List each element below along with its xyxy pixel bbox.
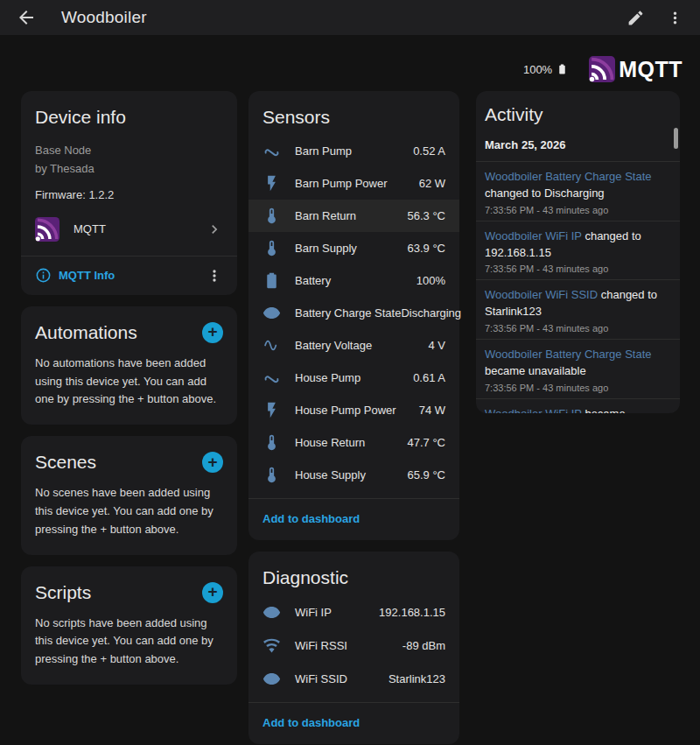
battery-icon: [262, 271, 281, 290]
activity-list: Woodboiler Battery Charge State changed …: [476, 162, 680, 413]
sensor-row[interactable]: Barn Pump Power 62 W: [248, 167, 459, 200]
sensor-label: Barn Return: [295, 209, 356, 222]
mqtt-logo-text: MQTT: [619, 57, 682, 82]
activity-card: Activity March 25, 2026 Woodboiler Batte…: [476, 91, 680, 413]
automations-card: Automations + No automations have been a…: [21, 306, 237, 425]
add-script-button[interactable]: +: [202, 582, 223, 603]
flash-icon: [262, 174, 281, 193]
activity-title: Activity: [476, 91, 680, 125]
sensor-label: House Pump: [295, 371, 360, 384]
sensor-value: 0.52 A: [413, 144, 445, 158]
device-info-card: Device info Base Node by Thesada Firmwar…: [21, 91, 237, 295]
scenes-empty-text: No scenes have been added using this dev…: [21, 473, 237, 538]
mqtt-info-link[interactable]: MQTT Info: [35, 267, 115, 284]
sensor-row[interactable]: House Pump Power 74 W: [248, 394, 459, 426]
mqtt-info-label: MQTT Info: [59, 269, 115, 282]
edit-pencil-icon[interactable]: [626, 9, 645, 27]
sensors-list: Barn Pump 0.52 A Barn Pump Power 62 W Ba…: [248, 135, 459, 491]
sensor-value: 0.61 A: [413, 371, 445, 384]
diagnostic-row[interactable]: WiFi SSID Starlink123: [248, 662, 459, 695]
entry-timestamp: 7:33:56 PM - 43 minutes ago: [485, 264, 671, 274]
diagnostic-value: Starlink123: [388, 672, 445, 685]
sensor-value: 74 W: [419, 404, 445, 417]
pump-icon: [262, 142, 281, 160]
sensor-row[interactable]: Barn Pump 0.52 A: [248, 135, 459, 167]
sensor-row[interactable]: Battery Charge State Discharging: [248, 297, 459, 329]
sensors-card: Sensors Barn Pump 0.52 A Barn Pump Power…: [248, 91, 459, 540]
thermometer-icon: [262, 207, 281, 225]
mqtt-logo-icon: [589, 56, 615, 82]
overflow-menu-icon[interactable]: [666, 9, 684, 27]
logbook-entry: Woodboiler WiFi SSID changed to Starlink…: [476, 280, 680, 340]
sensor-label: House Supply: [295, 468, 366, 481]
sensor-label: House Return: [295, 436, 365, 449]
pump-icon: [262, 369, 281, 387]
diagnostic-label: WiFi SSID: [295, 672, 347, 685]
sensor-row[interactable]: Barn Return 56.3 °C: [248, 200, 459, 232]
diagnostic-label: WiFi IP: [295, 606, 332, 619]
app-bar: Woodboiler: [0, 0, 700, 35]
entity-link[interactable]: Woodboiler WiFi IP: [485, 229, 582, 242]
sensor-row[interactable]: Barn Supply 63.9 °C: [248, 232, 459, 264]
sensor-row[interactable]: House Pump 0.61 A: [248, 362, 459, 394]
sensor-row[interactable]: Battery 100%: [248, 264, 459, 297]
sensor-label: Barn Pump Power: [295, 177, 388, 190]
eye-icon: [262, 304, 281, 322]
logbook-entry: Woodboiler Battery Charge State became u…: [476, 340, 680, 399]
sensor-row[interactable]: House Return 47.7 °C: [248, 426, 459, 459]
entity-link[interactable]: Woodboiler WiFi SSID: [485, 288, 598, 301]
sensor-row[interactable]: Battery Voltage 4 V: [248, 329, 459, 362]
battery-status-chip[interactable]: 100%: [523, 60, 568, 78]
mqtt-connection-row[interactable]: MQTT: [21, 210, 237, 256]
scripts-empty-text: No scripts have been added using this de…: [21, 603, 237, 669]
chevron-right-icon: [206, 221, 223, 238]
diagnostic-value: 192.168.1.15: [379, 606, 445, 619]
diagnostic-row[interactable]: WiFi RSSI -89 dBm: [248, 629, 459, 662]
scenes-title: Scenes: [35, 452, 96, 473]
diagnostic-row[interactable]: WiFi IP 192.168.1.15: [248, 595, 459, 629]
battery-percentage: 100%: [523, 63, 552, 76]
add-to-dashboard-link[interactable]: Add to dashboard: [262, 716, 360, 729]
flash-icon: [262, 401, 281, 419]
automations-empty-text: No automations have been added using thi…: [21, 343, 237, 409]
main-content: Device info Base Node by Thesada Firmwar…: [0, 91, 700, 745]
connection-label: MQTT: [74, 222, 106, 235]
entity-link[interactable]: Woodboiler Battery Charge State: [485, 348, 652, 361]
logbook-entry: Woodboiler WiFi IP changed to 192.168.1.…: [476, 221, 680, 281]
scripts-card: Scripts + No scripts have been added usi…: [21, 566, 237, 685]
add-automation-button[interactable]: +: [202, 322, 223, 343]
device-info-title: Device info: [21, 91, 237, 128]
sensor-value: 4 V: [428, 339, 445, 352]
entry-timestamp: 7:33:56 PM - 43 minutes ago: [485, 205, 671, 215]
scripts-title: Scripts: [35, 582, 91, 603]
thermometer-icon: [262, 239, 281, 257]
sensor-value: 47.7 °C: [407, 436, 445, 449]
page-title: Woodboiler: [61, 8, 147, 27]
entity-link[interactable]: Woodboiler WiFi IP: [485, 407, 582, 413]
sensor-label: Barn Supply: [295, 242, 357, 255]
automations-title: Automations: [35, 322, 137, 343]
activity-scrollbar[interactable]: [674, 128, 678, 149]
logbook-entry: Woodboiler WiFi IP became unavailable 7:…: [476, 399, 680, 413]
eye-icon: [262, 603, 281, 622]
entry-timestamp: 7:33:56 PM - 43 minutes ago: [485, 383, 671, 393]
device-menu-icon[interactable]: [206, 267, 223, 285]
sensors-title: Sensors: [248, 91, 459, 135]
device-firmware: Firmware: 1.2.2: [21, 179, 237, 210]
sensor-row[interactable]: House Supply 65.9 °C: [248, 459, 459, 491]
sensor-value: 62 W: [419, 177, 445, 190]
sensor-label: Battery Voltage: [295, 339, 372, 352]
add-scene-button[interactable]: +: [202, 452, 223, 473]
sensor-value: 56.3 °C: [407, 209, 445, 222]
sine-wave-icon: [262, 336, 281, 355]
eye-icon: [262, 670, 281, 688]
back-arrow-icon[interactable]: [16, 7, 37, 28]
add-to-dashboard-link[interactable]: Add to dashboard: [262, 512, 360, 525]
entity-link[interactable]: Woodboiler Battery Charge State: [485, 170, 652, 183]
sensor-label: Battery Charge State: [295, 306, 401, 320]
mqtt-integration-logo[interactable]: MQTT: [589, 56, 682, 82]
entry-action: changed to Discharging: [485, 186, 605, 200]
sensor-value: 63.9 °C: [407, 242, 445, 255]
sensor-value: Discharging: [401, 306, 461, 320]
sensor-label: House Pump Power: [295, 404, 396, 417]
